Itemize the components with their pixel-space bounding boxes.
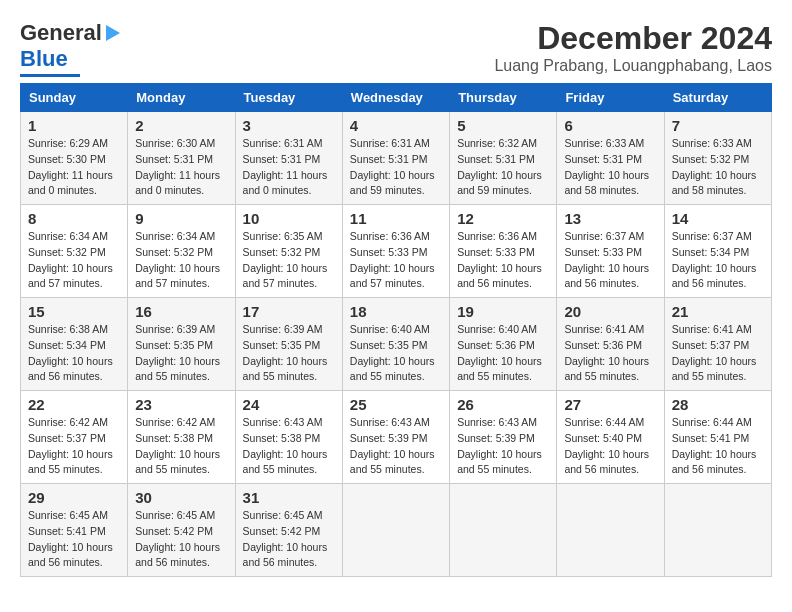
day-number: 28 bbox=[672, 396, 764, 413]
calendar-cell: 31Sunrise: 6:45 AMSunset: 5:42 PMDayligh… bbox=[235, 484, 342, 577]
day-number: 21 bbox=[672, 303, 764, 320]
calendar-cell: 5Sunrise: 6:32 AMSunset: 5:31 PMDaylight… bbox=[450, 112, 557, 205]
day-number: 11 bbox=[350, 210, 442, 227]
day-number: 31 bbox=[243, 489, 335, 506]
day-info: Sunrise: 6:45 AMSunset: 5:42 PMDaylight:… bbox=[243, 508, 335, 571]
day-info: Sunrise: 6:44 AMSunset: 5:40 PMDaylight:… bbox=[564, 415, 656, 478]
calendar-cell: 1Sunrise: 6:29 AMSunset: 5:30 PMDaylight… bbox=[21, 112, 128, 205]
day-info: Sunrise: 6:40 AMSunset: 5:36 PMDaylight:… bbox=[457, 322, 549, 385]
week-row-3: 15Sunrise: 6:38 AMSunset: 5:34 PMDayligh… bbox=[21, 298, 772, 391]
calendar-cell: 10Sunrise: 6:35 AMSunset: 5:32 PMDayligh… bbox=[235, 205, 342, 298]
weekday-header-friday: Friday bbox=[557, 84, 664, 112]
day-info: Sunrise: 6:42 AMSunset: 5:38 PMDaylight:… bbox=[135, 415, 227, 478]
day-info: Sunrise: 6:43 AMSunset: 5:39 PMDaylight:… bbox=[457, 415, 549, 478]
day-number: 5 bbox=[457, 117, 549, 134]
calendar-cell bbox=[664, 484, 771, 577]
calendar-cell: 15Sunrise: 6:38 AMSunset: 5:34 PMDayligh… bbox=[21, 298, 128, 391]
day-info: Sunrise: 6:45 AMSunset: 5:42 PMDaylight:… bbox=[135, 508, 227, 571]
calendar-cell: 16Sunrise: 6:39 AMSunset: 5:35 PMDayligh… bbox=[128, 298, 235, 391]
calendar-cell: 13Sunrise: 6:37 AMSunset: 5:33 PMDayligh… bbox=[557, 205, 664, 298]
day-info: Sunrise: 6:34 AMSunset: 5:32 PMDaylight:… bbox=[135, 229, 227, 292]
calendar-cell: 20Sunrise: 6:41 AMSunset: 5:36 PMDayligh… bbox=[557, 298, 664, 391]
day-info: Sunrise: 6:41 AMSunset: 5:37 PMDaylight:… bbox=[672, 322, 764, 385]
day-info: Sunrise: 6:33 AMSunset: 5:31 PMDaylight:… bbox=[564, 136, 656, 199]
calendar-cell bbox=[342, 484, 449, 577]
weekday-header-sunday: Sunday bbox=[21, 84, 128, 112]
weekday-header-tuesday: Tuesday bbox=[235, 84, 342, 112]
day-info: Sunrise: 6:35 AMSunset: 5:32 PMDaylight:… bbox=[243, 229, 335, 292]
day-info: Sunrise: 6:31 AMSunset: 5:31 PMDaylight:… bbox=[243, 136, 335, 199]
week-row-5: 29Sunrise: 6:45 AMSunset: 5:41 PMDayligh… bbox=[21, 484, 772, 577]
calendar-cell: 21Sunrise: 6:41 AMSunset: 5:37 PMDayligh… bbox=[664, 298, 771, 391]
day-info: Sunrise: 6:36 AMSunset: 5:33 PMDaylight:… bbox=[457, 229, 549, 292]
day-info: Sunrise: 6:30 AMSunset: 5:31 PMDaylight:… bbox=[135, 136, 227, 199]
day-number: 23 bbox=[135, 396, 227, 413]
calendar-cell: 3Sunrise: 6:31 AMSunset: 5:31 PMDaylight… bbox=[235, 112, 342, 205]
logo-arrow-icon bbox=[106, 25, 120, 41]
calendar-cell: 29Sunrise: 6:45 AMSunset: 5:41 PMDayligh… bbox=[21, 484, 128, 577]
day-number: 9 bbox=[135, 210, 227, 227]
day-info: Sunrise: 6:38 AMSunset: 5:34 PMDaylight:… bbox=[28, 322, 120, 385]
logo-blue: Blue bbox=[20, 46, 68, 72]
calendar-cell: 22Sunrise: 6:42 AMSunset: 5:37 PMDayligh… bbox=[21, 391, 128, 484]
calendar-cell: 30Sunrise: 6:45 AMSunset: 5:42 PMDayligh… bbox=[128, 484, 235, 577]
calendar-cell: 11Sunrise: 6:36 AMSunset: 5:33 PMDayligh… bbox=[342, 205, 449, 298]
calendar-cell: 25Sunrise: 6:43 AMSunset: 5:39 PMDayligh… bbox=[342, 391, 449, 484]
calendar-cell: 27Sunrise: 6:44 AMSunset: 5:40 PMDayligh… bbox=[557, 391, 664, 484]
calendar-cell: 19Sunrise: 6:40 AMSunset: 5:36 PMDayligh… bbox=[450, 298, 557, 391]
day-number: 22 bbox=[28, 396, 120, 413]
day-number: 20 bbox=[564, 303, 656, 320]
logo: General Blue bbox=[20, 20, 120, 77]
calendar-cell: 14Sunrise: 6:37 AMSunset: 5:34 PMDayligh… bbox=[664, 205, 771, 298]
day-info: Sunrise: 6:41 AMSunset: 5:36 PMDaylight:… bbox=[564, 322, 656, 385]
calendar-cell: 18Sunrise: 6:40 AMSunset: 5:35 PMDayligh… bbox=[342, 298, 449, 391]
day-number: 7 bbox=[672, 117, 764, 134]
day-number: 24 bbox=[243, 396, 335, 413]
day-info: Sunrise: 6:42 AMSunset: 5:37 PMDaylight:… bbox=[28, 415, 120, 478]
calendar-cell: 26Sunrise: 6:43 AMSunset: 5:39 PMDayligh… bbox=[450, 391, 557, 484]
calendar-cell: 24Sunrise: 6:43 AMSunset: 5:38 PMDayligh… bbox=[235, 391, 342, 484]
day-info: Sunrise: 6:33 AMSunset: 5:32 PMDaylight:… bbox=[672, 136, 764, 199]
day-info: Sunrise: 6:37 AMSunset: 5:33 PMDaylight:… bbox=[564, 229, 656, 292]
calendar-cell: 9Sunrise: 6:34 AMSunset: 5:32 PMDaylight… bbox=[128, 205, 235, 298]
week-row-4: 22Sunrise: 6:42 AMSunset: 5:37 PMDayligh… bbox=[21, 391, 772, 484]
day-number: 3 bbox=[243, 117, 335, 134]
weekday-header-row: SundayMondayTuesdayWednesdayThursdayFrid… bbox=[21, 84, 772, 112]
month-title: December 2024 bbox=[494, 20, 772, 57]
day-info: Sunrise: 6:37 AMSunset: 5:34 PMDaylight:… bbox=[672, 229, 764, 292]
day-number: 1 bbox=[28, 117, 120, 134]
day-info: Sunrise: 6:31 AMSunset: 5:31 PMDaylight:… bbox=[350, 136, 442, 199]
calendar-cell: 7Sunrise: 6:33 AMSunset: 5:32 PMDaylight… bbox=[664, 112, 771, 205]
day-info: Sunrise: 6:34 AMSunset: 5:32 PMDaylight:… bbox=[28, 229, 120, 292]
day-info: Sunrise: 6:45 AMSunset: 5:41 PMDaylight:… bbox=[28, 508, 120, 571]
calendar-cell: 8Sunrise: 6:34 AMSunset: 5:32 PMDaylight… bbox=[21, 205, 128, 298]
day-info: Sunrise: 6:39 AMSunset: 5:35 PMDaylight:… bbox=[243, 322, 335, 385]
day-number: 4 bbox=[350, 117, 442, 134]
day-number: 15 bbox=[28, 303, 120, 320]
day-number: 29 bbox=[28, 489, 120, 506]
weekday-header-wednesday: Wednesday bbox=[342, 84, 449, 112]
weekday-header-monday: Monday bbox=[128, 84, 235, 112]
calendar-cell: 4Sunrise: 6:31 AMSunset: 5:31 PMDaylight… bbox=[342, 112, 449, 205]
day-number: 14 bbox=[672, 210, 764, 227]
calendar-cell bbox=[450, 484, 557, 577]
day-number: 18 bbox=[350, 303, 442, 320]
calendar-cell: 23Sunrise: 6:42 AMSunset: 5:38 PMDayligh… bbox=[128, 391, 235, 484]
weekday-header-saturday: Saturday bbox=[664, 84, 771, 112]
calendar-cell: 2Sunrise: 6:30 AMSunset: 5:31 PMDaylight… bbox=[128, 112, 235, 205]
day-number: 10 bbox=[243, 210, 335, 227]
day-info: Sunrise: 6:32 AMSunset: 5:31 PMDaylight:… bbox=[457, 136, 549, 199]
day-info: Sunrise: 6:36 AMSunset: 5:33 PMDaylight:… bbox=[350, 229, 442, 292]
logo-general: General bbox=[20, 20, 102, 46]
calendar-cell: 28Sunrise: 6:44 AMSunset: 5:41 PMDayligh… bbox=[664, 391, 771, 484]
calendar-table: SundayMondayTuesdayWednesdayThursdayFrid… bbox=[20, 83, 772, 577]
day-info: Sunrise: 6:39 AMSunset: 5:35 PMDaylight:… bbox=[135, 322, 227, 385]
calendar-cell: 12Sunrise: 6:36 AMSunset: 5:33 PMDayligh… bbox=[450, 205, 557, 298]
day-number: 16 bbox=[135, 303, 227, 320]
day-number: 27 bbox=[564, 396, 656, 413]
day-number: 2 bbox=[135, 117, 227, 134]
week-row-1: 1Sunrise: 6:29 AMSunset: 5:30 PMDaylight… bbox=[21, 112, 772, 205]
logo-underline bbox=[20, 74, 80, 77]
day-number: 8 bbox=[28, 210, 120, 227]
day-info: Sunrise: 6:43 AMSunset: 5:38 PMDaylight:… bbox=[243, 415, 335, 478]
